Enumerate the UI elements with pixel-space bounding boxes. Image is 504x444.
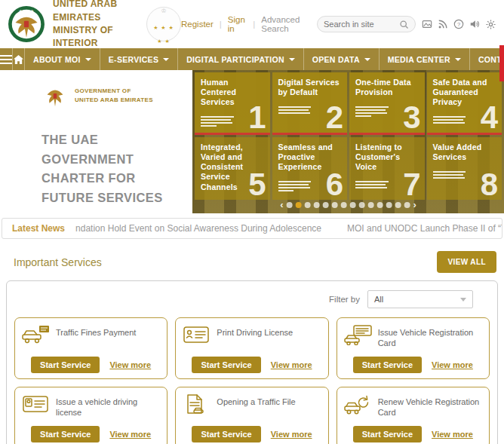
nav-label: DIGITAL PARTICIPATION [186, 55, 284, 64]
charter-block-number: 6 [326, 167, 343, 200]
view-more-link[interactable]: View more [109, 430, 151, 439]
carousel-dot[interactable] [341, 202, 347, 208]
nav-label: OPEN DATA [312, 55, 360, 64]
charter-block-title: One-time Data Provision [355, 78, 419, 97]
menu-icon[interactable] [0, 48, 13, 70]
nav-media-center[interactable]: MEDIA CENTER [380, 48, 470, 70]
charter-block-1[interactable]: Human Centered Services 1 [195, 72, 270, 135]
charter-block-2[interactable]: Digital Services by Default 2 [272, 72, 348, 135]
service-card-print-driving-license: Print Driving License Start Service View… [175, 317, 328, 379]
charter-block-6[interactable]: Seamless and Proactive Experience 6 [272, 137, 348, 200]
nav-open-data[interactable]: OPEN DATA [304, 48, 380, 70]
service-title: Issue a vehicle driving license [56, 393, 161, 418]
register-link[interactable]: Register [181, 20, 214, 29]
news-item[interactable]: ndation Hold Event on Social Awareness D… [75, 223, 321, 234]
news-item[interactable]: MOI and UNODC Launch Phase II of “Traini… [347, 223, 502, 234]
services-header: Important Services VIEW ALL [14, 251, 496, 273]
carousel-dot[interactable] [395, 202, 401, 208]
side-feedback-tab[interactable] [499, 45, 504, 81]
nav-label: MEDIA CENTER [388, 55, 450, 64]
hero-banner: GOVERNMENT OF UNITED ARAB EMIRATES THE U… [0, 70, 504, 213]
advanced-search-link[interactable]: Advanced Search [261, 15, 311, 33]
traffic-fines-icon [21, 324, 51, 345]
search-input[interactable] [324, 20, 399, 29]
start-service-button[interactable]: Start Service [353, 426, 422, 442]
chevron-down-icon [163, 58, 169, 61]
photos-icon[interactable] [422, 19, 432, 29]
carousel-dot[interactable] [368, 202, 374, 208]
charter-block-title: Digital Services by Default [278, 78, 342, 97]
charter-block-7[interactable]: Listening to Customer's Voice 7 [349, 137, 425, 200]
start-service-button[interactable]: Start Service [192, 426, 260, 442]
carousel-dot[interactable] [287, 202, 293, 208]
chevron-down-icon [289, 58, 295, 61]
charter-block-text [201, 116, 235, 127]
section-title: Important Services [14, 256, 102, 268]
charter-block-number: 4 [481, 100, 498, 135]
carousel-dot[interactable] [404, 202, 410, 208]
rss-icon[interactable] [438, 19, 448, 29]
charter-block-3[interactable]: One-time Data Provision 3 [349, 72, 425, 135]
carousel-controls [280, 200, 416, 210]
view-all-button[interactable]: VIEW ALL [437, 251, 496, 273]
service-card-renew-vehicle-registration: Renew Vehicle Registration Card Start Se… [337, 387, 490, 444]
carousel-dot[interactable] [332, 202, 338, 208]
chevron-down-icon [364, 58, 370, 61]
charter-block-text [355, 181, 390, 188]
nav-about-moi[interactable]: ABOUT MOI [25, 48, 100, 70]
carousel-dot-active[interactable] [296, 202, 302, 208]
start-service-button[interactable]: Start Service [353, 357, 422, 373]
chevron-down-icon [455, 58, 461, 61]
carousel-next-icon[interactable] [413, 200, 416, 210]
sign-in-link[interactable]: Sign in [228, 15, 247, 33]
carousel-dot[interactable] [314, 202, 320, 208]
nav-e-services[interactable]: E-SERVICES [100, 48, 178, 70]
site-search[interactable] [317, 16, 416, 32]
view-more-link[interactable]: View more [432, 360, 473, 369]
view-more-link[interactable]: View more [271, 430, 312, 439]
carousel-dot[interactable] [323, 202, 329, 208]
driving-license-icon [182, 324, 212, 345]
nav-digital-participation[interactable]: DIGITAL PARTICIPATION [178, 48, 304, 70]
help-icon[interactable]: ? [453, 19, 464, 29]
service-title: Opening a Traffic File [217, 393, 295, 407]
start-service-button[interactable]: Start Service [192, 357, 260, 373]
divider: | [220, 20, 222, 29]
service-title: Renew Vehicle Registration Card [378, 393, 483, 418]
settings-icon[interactable] [485, 19, 496, 30]
view-more-link[interactable]: View more [109, 360, 151, 369]
traffic-file-icon [182, 393, 212, 415]
carousel-dot[interactable] [359, 202, 365, 208]
search-icon[interactable] [399, 20, 409, 29]
service-card-opening-traffic-file: Opening a Traffic File Start Service Vie… [175, 387, 328, 444]
view-more-link[interactable]: View more [432, 430, 473, 439]
start-service-button[interactable]: Start Service [31, 426, 100, 442]
seal-stars-icon [157, 32, 171, 46]
audio-icon[interactable] [469, 19, 480, 29]
start-service-button[interactable]: Start Service [31, 357, 100, 373]
carousel-prev-icon[interactable] [280, 200, 283, 210]
charter-block-number: 3 [403, 100, 420, 135]
filter-selected-value: All [374, 295, 383, 304]
home-icon[interactable] [13, 48, 25, 70]
moi-falcon-emblem-logo: ★ ★ ★ [8, 5, 45, 43]
carousel-dot[interactable] [305, 202, 311, 208]
filter-dropdown[interactable]: All [367, 290, 473, 308]
charter-block-8[interactable]: Value Added Services 8 [427, 137, 502, 200]
carousel-dot[interactable] [386, 202, 392, 208]
charter-block-5[interactable]: Integrated, Varied and Consistent Servic… [195, 137, 270, 200]
main-navigation: ABOUT MOI E-SERVICES DIGITAL PARTICIPATI… [0, 48, 504, 70]
top-header: ★ ★ ★ UNITED ARAB EMIRATES MINISTRY OF I… [0, 0, 504, 48]
news-ticker: Latest News ndation Hold Event on Social… [2, 218, 502, 239]
charter-block-4[interactable]: Safe Data and Guaranteed Privacy 4 [427, 72, 502, 135]
carousel-dot[interactable] [350, 202, 356, 208]
service-title: Traffic Fines Payment [56, 324, 136, 338]
carousel-dot[interactable] [377, 202, 383, 208]
renew-registration-icon [343, 393, 373, 415]
services-grid: Traffic Fines Payment Start Service View… [14, 317, 490, 444]
view-more-link[interactable]: View more [271, 360, 312, 369]
uae-gov-wordmark: GOVERNMENT OF UNITED ARAB EMIRATES [75, 87, 153, 105]
charter-block-text [278, 106, 313, 114]
charter-title: THE UAE GOVERNMENT CHARTER FOR FUTURE SE… [41, 130, 181, 207]
charter-block-text [278, 181, 313, 191]
